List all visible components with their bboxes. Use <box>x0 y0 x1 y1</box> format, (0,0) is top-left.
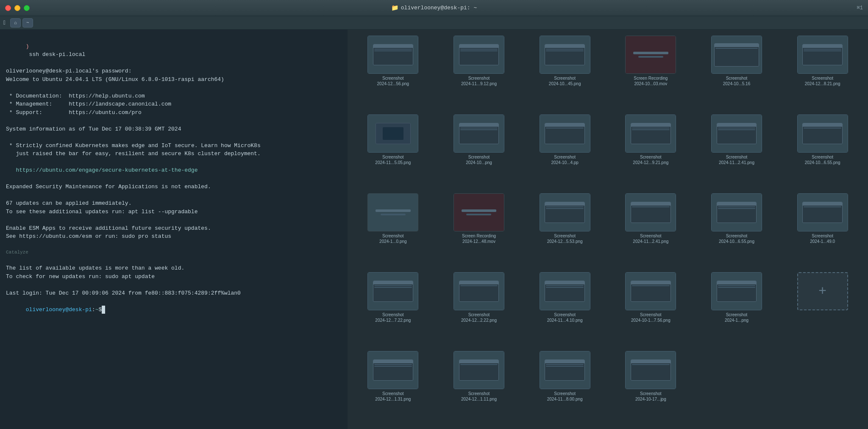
file-thumbnail <box>797 114 848 153</box>
list-item[interactable]: Screenshot2024-12...5.53.png <box>523 191 607 268</box>
file-thumbnail <box>711 193 762 231</box>
terminal-line-1: oliverlooney@desk-pi.local's password: <box>6 67 342 75</box>
file-thumbnail-add: + <box>797 272 848 310</box>
list-item[interactable]: Screenshot2024-11...8.00.png <box>523 348 607 426</box>
files-grid: Screenshot2024-12...56.png Screenshot202… <box>348 30 868 429</box>
apple-icon:  <box>3 20 7 26</box>
file-thumbnail <box>453 351 504 389</box>
prompt-arrow: ) <box>26 43 29 50</box>
file-thumbnail <box>625 351 676 389</box>
prompt-separator: : <box>92 306 95 313</box>
file-thumbnail <box>453 193 504 231</box>
file-name: Screen Recording2024-12...48.mov <box>462 233 496 244</box>
terminal-line-5: * Support: https://ubuntu.com/pro <box>6 109 342 117</box>
title-text: oliverlooney@desk-pi: ~ <box>401 5 477 11</box>
terminal-line-11: 67 updates can be applied immediately. <box>6 199 342 208</box>
file-name: Screenshot2024-12...2.22.png <box>461 312 497 323</box>
title-bar: 📁 oliverlooney@desk-pi: ~ ⌘1 <box>0 0 868 16</box>
file-thumbnail <box>540 193 590 231</box>
list-item[interactable]: Screenshot2024-10-1...7.56.png <box>609 270 693 347</box>
list-item[interactable]: Screen Recording2024-10...03.mov <box>609 33 693 110</box>
window-title: 📁 oliverlooney@desk-pi: ~ <box>391 4 477 11</box>
file-name: Screenshot2024-1...49.0 <box>810 233 835 244</box>
terminal-line-command: ) ssh desk-pi.local <box>6 34 342 67</box>
list-item[interactable]: Screenshot2024-10...png <box>437 112 521 189</box>
file-thumbnail <box>367 272 418 310</box>
toolbar-path-btn[interactable]: ~ <box>22 18 33 28</box>
list-item[interactable]: Screenshot2024-12...56.png <box>351 33 435 110</box>
terminal-blank-5 <box>6 175 342 183</box>
terminal-blank-2 <box>6 117 342 125</box>
terminal-command-text: ssh desk-pi.local <box>26 51 85 58</box>
list-item[interactable]: Screenshot2024-12...8.21.png <box>780 33 865 110</box>
folder-icon: 📁 <box>391 4 398 11</box>
file-thumbnail <box>797 193 848 231</box>
list-item[interactable]: Screenshot2024-12...1.31.png <box>351 348 435 426</box>
list-item[interactable]: Screenshot2024-11...5.05.png <box>351 112 435 189</box>
file-thumbnail <box>711 36 762 74</box>
file-name: Screenshot2024-12...1.11.png <box>461 391 497 402</box>
terminal-line-8: just raised the bar for easy, resilient … <box>6 150 342 158</box>
toolbar-home-btn[interactable]: ⌂ <box>10 18 21 28</box>
terminal-line-7: * Strictly confined Kubernetes makes edg… <box>6 142 342 150</box>
terminal-blank-6 <box>6 191 342 200</box>
terminal-pane[interactable]: ) ssh desk-pi.local oliverlooney@desk-pi… <box>0 30 348 429</box>
list-item[interactable]: Screenshot2024-12...1.11.png <box>437 348 521 426</box>
list-item[interactable]: Screenshot2024-11...2.41.png <box>695 112 779 189</box>
terminal-line-4: * Management: https://landscape.canonica… <box>6 100 342 109</box>
terminal-blank-3 <box>6 133 342 142</box>
traffic-lights <box>5 5 30 11</box>
file-name: Screenshot2024-11...5.05.png <box>375 154 411 165</box>
list-item[interactable]: Screenshot2024-1...49.0 <box>780 191 865 268</box>
list-item[interactable]: Screen Recording2024-12...48.mov <box>437 191 521 268</box>
terminal-line-10: Expanded Security Maintenance for Applic… <box>6 183 342 191</box>
list-item[interactable]: Screenshot2024-11...4.10.png <box>523 270 607 347</box>
title-bar-shortcut: ⌘1 <box>857 5 863 11</box>
terminal-blank-4 <box>6 158 342 167</box>
files-pane: Screenshot2024-12...56.png Screenshot202… <box>348 30 868 429</box>
file-thumbnail <box>540 351 590 389</box>
list-item[interactable]: Screenshot2024-12...9.21.png <box>609 112 693 189</box>
file-name: Screenshot2024-12...1.31.png <box>375 391 411 402</box>
file-name: Screenshot2024-1...png <box>725 312 748 323</box>
file-name: Screenshot2024-11...9.12.png <box>461 75 497 86</box>
list-item[interactable]: Screenshot2024-10...5.16 <box>695 33 779 110</box>
terminal-blank-1 <box>6 84 342 92</box>
list-item[interactable]: Screenshot2024-12...7.22.png <box>351 270 435 347</box>
plus-icon: + <box>818 284 826 299</box>
terminal-blank-10 <box>6 281 342 289</box>
list-item[interactable]: Screenshot2024-10...6.55.png <box>695 191 779 268</box>
terminal-line-9: https://ubuntu.com/engage/secure-kuberne… <box>6 166 342 175</box>
file-name: Screenshot2024-12...8.21.png <box>805 75 840 86</box>
list-item[interactable]: Screenshot2024-10...4.pp <box>523 112 607 189</box>
list-item[interactable]: Screenshot2024-12...2.22.png <box>437 270 521 347</box>
list-item[interactable]: Screenshot2024-11...9.12.png <box>437 33 521 110</box>
list-item[interactable]: Screenshot2024-10...45.png <box>523 33 607 110</box>
terminal-line-6: System information as of Tue Dec 17 00:3… <box>6 125 342 134</box>
maximize-button[interactable] <box>24 5 30 11</box>
terminal-line-3: * Documentation: https://help.ubuntu.com <box>6 92 342 100</box>
file-name: Screen Recording2024-10...03.mov <box>634 75 668 86</box>
terminal-line-13: Enable ESM Apps to receive additional fu… <box>6 224 342 233</box>
main-content: ) ssh desk-pi.local oliverlooney@desk-pi… <box>0 30 868 429</box>
list-item[interactable]: Screenshot2024-10...6.55.png <box>780 112 865 189</box>
list-item[interactable]: Screenshot2024-1...0.png <box>351 191 435 268</box>
file-thumbnail <box>367 36 418 74</box>
terminal-prompt-line[interactable]: oliverlooney@desk-pi:~$ <box>6 297 342 322</box>
terminal-line-17: Last login: Tue Dec 17 00:09:06 2024 fro… <box>6 289 342 298</box>
list-item[interactable]: Screenshot2024-1...png <box>695 270 779 347</box>
file-thumbnail <box>540 272 590 310</box>
file-name-add <box>822 312 823 318</box>
minimize-button[interactable] <box>14 5 20 11</box>
file-thumbnail <box>711 114 762 153</box>
file-thumbnail <box>540 36 590 74</box>
prompt-dollar: $ <box>98 306 102 313</box>
file-thumbnail <box>453 36 504 74</box>
file-thumbnail <box>453 114 504 153</box>
terminal-line-14: See https://ubuntu.com/esm or run: sudo … <box>6 232 342 241</box>
close-button[interactable] <box>5 5 11 11</box>
add-item[interactable]: + <box>780 270 865 347</box>
list-item[interactable]: Screenshot2024-10-17...jpg <box>609 348 693 426</box>
toolbar:  ⌂ ~ <box>0 16 868 30</box>
list-item[interactable]: Screenshot2024-11...2.41.png <box>609 191 693 268</box>
